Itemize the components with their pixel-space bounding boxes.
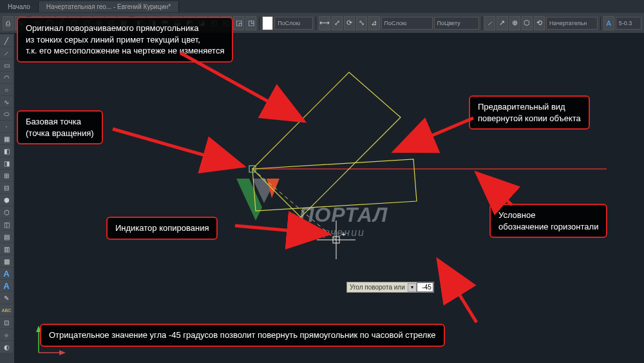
dropdown-icon[interactable]: ▾ — [408, 283, 417, 292]
tool-icon[interactable]: ◲ — [233, 16, 244, 30]
linetype-dropdown[interactable]: ПоСлою — [381, 17, 433, 30]
tool-icon[interactable]: ▥ — [0, 243, 13, 255]
tool-icon[interactable]: ◨ — [0, 157, 13, 169]
print-icon[interactable]: ⎙ — [3, 16, 14, 30]
point-tool-icon[interactable]: · — [0, 121, 13, 132]
separator — [482, 17, 482, 30]
mtext-tool-icon[interactable]: A — [0, 280, 13, 291]
annot-icon[interactable]: ⬡ — [522, 16, 533, 30]
layer-dropdown[interactable]: ПоСлою — [274, 17, 313, 30]
svg-marker-15 — [59, 350, 66, 355]
tool-icon[interactable]: ⬢ — [0, 194, 13, 206]
tool-icon[interactable]: ▩ — [0, 255, 13, 267]
separator — [316, 17, 316, 30]
tool-icon[interactable]: ⟐ — [0, 329, 13, 340]
dim-icon[interactable]: ⊿ — [368, 16, 379, 30]
svg-line-6 — [252, 169, 336, 240]
abc-tool-icon[interactable]: ABC — [0, 304, 13, 316]
dim-icon[interactable]: ⟳ — [344, 16, 355, 30]
text-icon[interactable]: A — [603, 16, 614, 30]
drawing-canvas[interactable]: ПОРТАЛ о черчении + Угол поворота или ▾ — [14, 34, 644, 363]
angle-label: Угол поворота или — [347, 282, 408, 292]
color-swatch[interactable] — [262, 16, 273, 30]
line-tool-icon[interactable]: ╱ — [0, 35, 13, 46]
svg-text:+: + — [341, 230, 345, 238]
document-tabs: Начало Начертательная гео... - Евгений К… — [0, 0, 644, 13]
tool-icon[interactable]: ⊡ — [0, 317, 13, 328]
dim-icon[interactable]: ⟷ — [319, 16, 330, 30]
arc-tool-icon[interactable]: ◠ — [0, 72, 13, 83]
svg-marker-2 — [267, 179, 279, 198]
annot-icon[interactable]: ⟲ — [534, 16, 545, 30]
spline-tool-icon[interactable]: ∿ — [0, 96, 13, 108]
lineweight-dropdown[interactable]: ПоЦвету — [434, 17, 479, 30]
rect-tool-icon[interactable]: ▭ — [0, 59, 13, 71]
hatch-tool-icon[interactable]: ▦ — [0, 133, 13, 144]
separator — [600, 17, 601, 30]
tab-start[interactable]: Начало — [0, 1, 39, 12]
callout-original: Оригинал поворачиваемого прямоугольника … — [17, 17, 233, 63]
text-tool-icon[interactable]: A — [0, 268, 13, 279]
angle-input[interactable] — [417, 282, 433, 292]
tool-icon[interactable]: ⬡ — [0, 206, 13, 218]
ellipse-tool-icon[interactable]: ⬭ — [0, 108, 13, 120]
annot-icon[interactable]: ⟋ — [484, 16, 495, 30]
callout-horizontal: Условное обозначение горизонтали — [489, 204, 607, 238]
svg-rect-10 — [333, 237, 339, 243]
svg-marker-0 — [236, 179, 262, 221]
watermark: ПОРТАЛ о черчении — [233, 172, 388, 239]
dim-icon[interactable]: ⤡ — [356, 16, 367, 30]
tool-icon[interactable]: ⊟ — [0, 182, 13, 193]
callout-preview: Предварительный вид повернутой копии объ… — [469, 95, 590, 130]
tool-icon[interactable]: ▤ — [0, 231, 13, 242]
svg-marker-4 — [252, 72, 401, 217]
svg-marker-5 — [252, 159, 417, 211]
watermark-title: ПОРТАЛ — [299, 203, 388, 227]
svg-marker-1 — [252, 179, 270, 203]
callout-copyindicator: Индикатор копирования — [106, 217, 218, 240]
separator — [259, 17, 260, 30]
style-dropdown[interactable]: Начертательн — [546, 17, 598, 30]
angle-input-box: Угол поворота или ▾ — [346, 282, 434, 293]
tool-icon[interactable]: ◫ — [0, 219, 13, 230]
tool-icon[interactable]: ⊞ — [0, 170, 13, 181]
annot-icon[interactable]: ↗ — [497, 16, 507, 30]
watermark-subtitle: о черчении — [299, 227, 388, 239]
annot-icon[interactable]: ⊕ — [509, 16, 520, 30]
tab-document[interactable]: Начертательная гео... - Евгений Курицин* — [39, 1, 179, 12]
polyline-tool-icon[interactable]: ⟋ — [0, 47, 13, 59]
region-tool-icon[interactable]: ◧ — [0, 145, 13, 157]
callout-negative-angle: Отрицательное значение угла -45 градусов… — [40, 324, 445, 347]
geometry-overlay: + — [14, 34, 644, 363]
tool-icon[interactable]: ◳ — [245, 16, 256, 30]
callout-basepoint: Базовая точка (точка вращения) — [17, 110, 103, 144]
circle-tool-icon[interactable]: ○ — [0, 84, 13, 95]
dim-icon[interactable]: ⤢ — [332, 16, 343, 30]
svg-rect-7 — [249, 166, 256, 172]
dim-dropdown[interactable]: 5-0.3 — [616, 17, 641, 30]
tool-icon[interactable]: ◐ — [0, 341, 13, 353]
tool-icon[interactable]: ✎ — [0, 292, 13, 304]
left-toolbar: ╱ ⟋ ▭ ◠ ○ ∿ ⬭ · ▦ ◧ ◨ ⊞ ⊟ ⬢ ⬡ ◫ ▤ ▥ ▩ A … — [0, 34, 14, 363]
